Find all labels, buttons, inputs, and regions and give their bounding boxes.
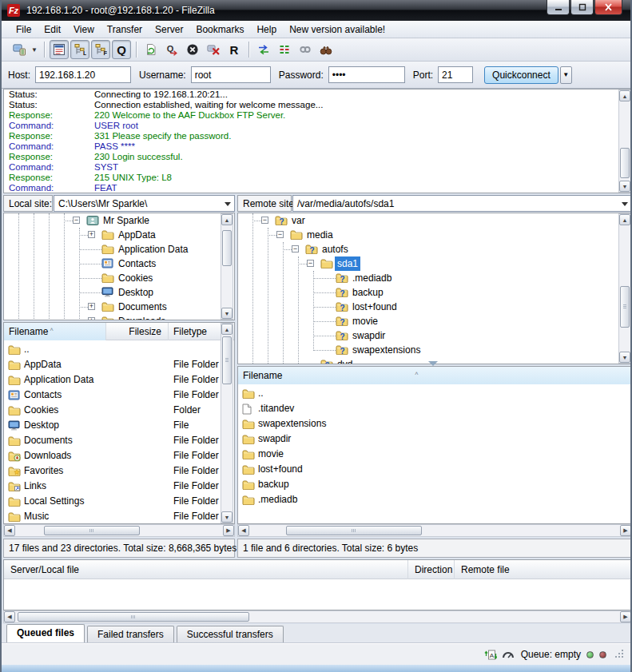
remote-directory-tree[interactable]: −?var−media−?autofs−sda1?.mediadb?backup… [237, 213, 632, 364]
scroll-right-icon[interactable]: ▶ [620, 611, 631, 622]
file-row-contacts[interactable]: ContactsFile Folder [4, 388, 234, 403]
queue-column-server-local-file[interactable]: Server/Local file [4, 560, 408, 579]
column-header-filename[interactable]: Filename˄ [4, 323, 106, 340]
local-file-list[interactable]: Filename˄FilesizeFiletype..AppDataFile F… [3, 322, 235, 524]
file-row-appdata[interactable]: AppDataFile Folder [4, 357, 234, 372]
password-input[interactable] [328, 66, 405, 83]
menu-item-view[interactable]: View [67, 22, 101, 37]
tree-item-lost-found[interactable]: ?lost+found [238, 300, 631, 314]
scroll-left-icon[interactable]: ◀ [4, 611, 15, 622]
menu-item-bookmarks[interactable]: Bookmarks [189, 22, 250, 37]
file-row-lost-found[interactable]: lost+found [238, 462, 631, 477]
chevron-down-icon[interactable] [622, 202, 628, 206]
menu-item-file[interactable]: File [10, 22, 38, 37]
scroll-down-icon[interactable]: ▼ [619, 181, 630, 192]
file-row-downloads[interactable]: DownloadsFile Folder [4, 448, 234, 463]
scroll-right-icon[interactable]: ▶ [620, 525, 631, 536]
chevron-down-icon[interactable]: ▼ [31, 46, 38, 54]
compare-button[interactable] [254, 40, 273, 59]
tree-item-mr-sparkle[interactable]: −Mr Sparkle [4, 213, 234, 228]
file-row-cookies[interactable]: CookiesFolder [4, 403, 234, 418]
process-queue-button[interactable]: Q [162, 40, 181, 59]
tree-item-media[interactable]: −media [238, 228, 631, 242]
file-row-documents[interactable]: DocumentsFile Folder [4, 433, 234, 448]
tab-failed-transfers[interactable]: Failed transfers [87, 626, 174, 642]
tree-item-movie[interactable]: ?movie [238, 314, 631, 328]
file-row-local-settings[interactable]: Local SettingsFile Folder [4, 494, 234, 509]
tree-item-downloads[interactable]: +Downloads [4, 314, 234, 320]
transfer-queue-panel[interactable]: Server/Local fileDirectionRemote file [3, 559, 632, 610]
scroll-down-icon[interactable]: ▼ [619, 352, 630, 363]
menu-item-transfer[interactable]: Transfer [101, 22, 149, 37]
reconnect-button[interactable]: R [225, 40, 244, 59]
remote-list-hscrollbar[interactable]: ◀ ▶ [237, 524, 632, 537]
scroll-left-icon[interactable]: ◀ [238, 525, 249, 536]
queue-column-remote-file[interactable]: Remote file [455, 560, 632, 579]
sync-browsing-button[interactable] [296, 40, 315, 59]
queue-column-direction[interactable]: Direction [408, 560, 455, 579]
tree-item-mediadb[interactable]: ?.mediadb [238, 271, 631, 285]
scroll-right-icon[interactable]: ▶ [223, 525, 234, 536]
tree-item-var[interactable]: −?var [238, 213, 631, 228]
remote-list-hscroll-thumb[interactable] [286, 526, 422, 535]
queue-hscrollbar[interactable]: ◀ ▶ [3, 610, 632, 623]
splitter-collapse-icon[interactable] [428, 361, 438, 366]
collapse-icon[interactable]: − [307, 260, 314, 267]
tree-item-appdata[interactable]: +AppData [4, 228, 234, 242]
collapse-icon[interactable]: − [276, 231, 284, 238]
collapse-icon[interactable]: − [292, 245, 299, 252]
site-manager-button[interactable] [10, 40, 29, 59]
local-site-combobox[interactable]: C:\Users\Mr Sparkle\ [54, 195, 235, 212]
queue-hscroll-thumb[interactable] [18, 612, 249, 622]
collapse-icon[interactable]: − [261, 217, 268, 224]
scroll-up-icon[interactable]: ▲ [619, 90, 630, 101]
title-bar[interactable]: Fz 192.168.1.20 - root@192.168.1.20 - Fi… [2, 0, 630, 21]
log-vscrollbar[interactable]: ▲ ▼ [618, 89, 631, 193]
file-row-music[interactable]: MusicFile Folder [4, 509, 234, 524]
menu-item-edit[interactable]: Edit [38, 22, 67, 37]
tree-item-documents[interactable]: +Documents [4, 300, 234, 314]
menu-item-server[interactable]: Server [149, 22, 189, 37]
log-scroll-thumb[interactable] [620, 148, 630, 178]
expand-icon[interactable]: + [88, 231, 95, 238]
quickconnect-dropdown-button[interactable]: ▼ [560, 66, 572, 84]
port-input[interactable] [438, 66, 473, 83]
file-row-titandev[interactable]: .titandev [238, 401, 631, 416]
local-list-hscrollbar[interactable]: ◀ ▶ [3, 524, 235, 537]
tree-item-contacts[interactable]: Contacts [4, 256, 234, 271]
message-log[interactable]: Status:Connecting to 192.168.1.20:21...S… [3, 89, 632, 193]
tree-item-autofs[interactable]: −?autofs [238, 242, 631, 256]
file-row-[interactable]: .. [4, 342, 234, 357]
remote-site-combobox[interactable]: /var/media/autofs/sda1 [292, 195, 632, 212]
tree-item-backup[interactable]: ?backup [238, 285, 631, 300]
column-header-filesize[interactable]: Filesize [106, 323, 169, 340]
tree-item-swapextensions[interactable]: ?swapextensions [238, 343, 631, 357]
close-button[interactable] [594, 0, 622, 15]
host-input[interactable] [35, 66, 131, 83]
toggle-local-tree-button[interactable]: L [70, 40, 89, 59]
file-row-desktop[interactable]: DesktopFile [4, 418, 234, 433]
scroll-left-icon[interactable]: ◀ [4, 525, 15, 536]
restore-button[interactable] [570, 0, 594, 15]
file-row-swapdir[interactable]: swapdir [238, 431, 631, 447]
scroll-up-icon[interactable]: ▲ [619, 214, 630, 225]
tab-successful-transfers[interactable]: Successful transfers [177, 626, 284, 642]
tree-item-desktop[interactable]: Desktop [4, 285, 234, 300]
collapse-icon[interactable]: − [73, 217, 80, 224]
minimize-button[interactable] [547, 0, 570, 15]
file-row-backup[interactable]: backup [238, 477, 631, 492]
tree-item-sda1[interactable]: −sda1 [238, 256, 631, 271]
filter-button[interactable] [275, 40, 294, 59]
speed-limits-icon[interactable] [502, 649, 515, 660]
remote-tree-scroll-thumb[interactable] [620, 286, 630, 328]
disconnect-button[interactable] [204, 40, 223, 59]
scroll-up-icon[interactable]: ▲ [221, 214, 233, 225]
local-list-vscrollbar[interactable]: ▲ ▼ [221, 323, 233, 523]
resize-grip[interactable] [614, 649, 624, 661]
toggle-queue-button[interactable]: Q [112, 40, 131, 59]
chevron-down-icon[interactable] [225, 202, 231, 206]
file-row-mediadb[interactable]: .mediadb [238, 492, 631, 507]
transfer-type-icon[interactable]: A [484, 649, 497, 661]
scroll-down-icon[interactable]: ▼ [221, 308, 233, 319]
menu-item-help[interactable]: Help [250, 22, 283, 37]
